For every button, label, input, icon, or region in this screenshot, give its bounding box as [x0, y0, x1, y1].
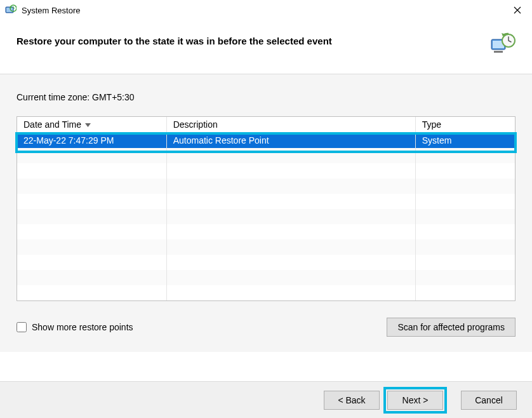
table-row[interactable]	[17, 179, 515, 194]
table-row[interactable]	[17, 194, 515, 209]
cell-empty	[17, 285, 166, 300]
cell-empty	[166, 148, 415, 163]
cell-empty	[166, 239, 415, 255]
titlebar: System Restore	[0, 0, 532, 20]
cell-empty	[17, 239, 166, 255]
window-title: System Restore	[22, 6, 503, 15]
header: Restore your computer to the state it wa…	[0, 20, 532, 74]
close-button[interactable]	[503, 0, 532, 20]
table-row[interactable]: 22-May-22 7:47:29 PMAutomatic Restore Po…	[17, 133, 515, 149]
cell-empty	[415, 270, 515, 285]
table-row[interactable]	[17, 270, 515, 285]
cell-empty	[166, 255, 415, 270]
content-area: Current time zone: GMT+5:30 Date and Tim…	[0, 74, 532, 352]
cell-description: Automatic Restore Point	[166, 133, 415, 149]
cell-type: System	[415, 133, 515, 149]
restore-clock-icon	[490, 32, 515, 57]
cell-empty	[166, 194, 415, 209]
col-datetime-label: Date and Time	[23, 119, 81, 130]
cell-empty	[415, 224, 515, 239]
table-row[interactable]	[17, 285, 515, 300]
close-icon	[514, 6, 521, 14]
table-row[interactable]	[17, 163, 515, 179]
cell-empty	[17, 179, 166, 194]
cell-empty	[166, 270, 415, 285]
svg-rect-5	[494, 51, 503, 53]
cell-empty	[17, 194, 166, 209]
table-row[interactable]	[17, 239, 515, 255]
cell-empty	[17, 209, 166, 224]
cell-empty	[17, 224, 166, 239]
cell-empty	[415, 194, 515, 209]
cell-empty	[415, 239, 515, 255]
cell-empty	[415, 255, 515, 270]
col-description[interactable]: Description	[166, 117, 415, 133]
col-type[interactable]: Type	[415, 117, 515, 133]
cell-empty	[17, 255, 166, 270]
cell-empty	[17, 148, 166, 163]
table-header[interactable]: Date and Time Description Type	[17, 117, 515, 133]
cell-empty	[166, 224, 415, 239]
cell-empty	[415, 148, 515, 163]
cell-empty	[166, 209, 415, 224]
restore-points-table[interactable]: Date and Time Description Type 22-May-22…	[17, 116, 515, 301]
back-button[interactable]: < Back	[324, 391, 380, 410]
cell-empty	[17, 163, 166, 179]
cell-empty	[166, 285, 415, 300]
cell-empty	[415, 163, 515, 179]
table-row[interactable]	[17, 148, 515, 163]
show-more-checkbox[interactable]: Show more restore points	[17, 322, 133, 332]
page-title: Restore your computer to the state it wa…	[17, 32, 332, 46]
cancel-button[interactable]: Cancel	[461, 391, 517, 410]
cell-datetime: 22-May-22 7:47:29 PM	[17, 133, 166, 149]
col-datetime[interactable]: Date and Time	[17, 117, 166, 133]
footer: < Back Next > Cancel	[0, 381, 532, 418]
cell-empty	[166, 163, 415, 179]
cell-empty	[415, 179, 515, 194]
cell-empty	[166, 179, 415, 194]
table-row[interactable]	[17, 255, 515, 270]
table-row[interactable]	[17, 224, 515, 239]
timezone-label: Current time zone: GMT+5:30	[17, 92, 515, 102]
table-row[interactable]	[17, 209, 515, 224]
cell-empty	[17, 270, 166, 285]
sort-desc-icon	[85, 119, 91, 130]
next-button[interactable]: Next >	[387, 391, 443, 410]
show-more-label: Show more restore points	[32, 322, 133, 332]
show-more-checkbox-input[interactable]	[17, 322, 27, 332]
scan-programs-button[interactable]: Scan for affected programs	[387, 318, 515, 337]
cell-empty	[415, 285, 515, 300]
system-restore-icon	[5, 4, 17, 16]
cell-empty	[415, 209, 515, 224]
